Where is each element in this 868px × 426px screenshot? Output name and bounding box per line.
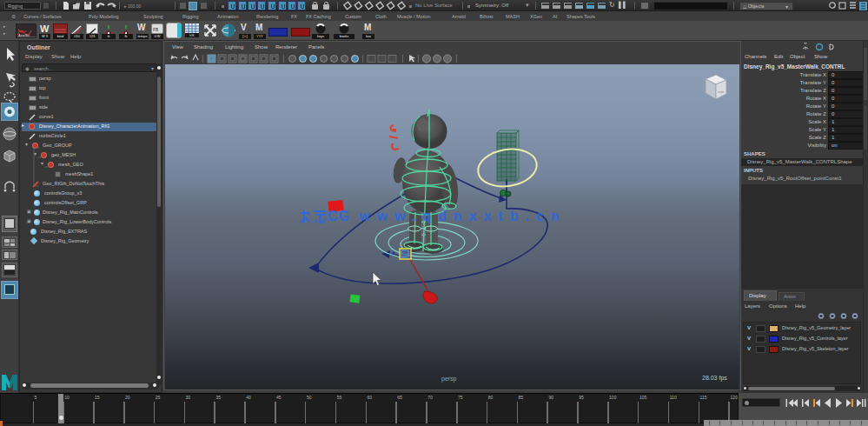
svg-text:side: side xyxy=(718,90,725,94)
